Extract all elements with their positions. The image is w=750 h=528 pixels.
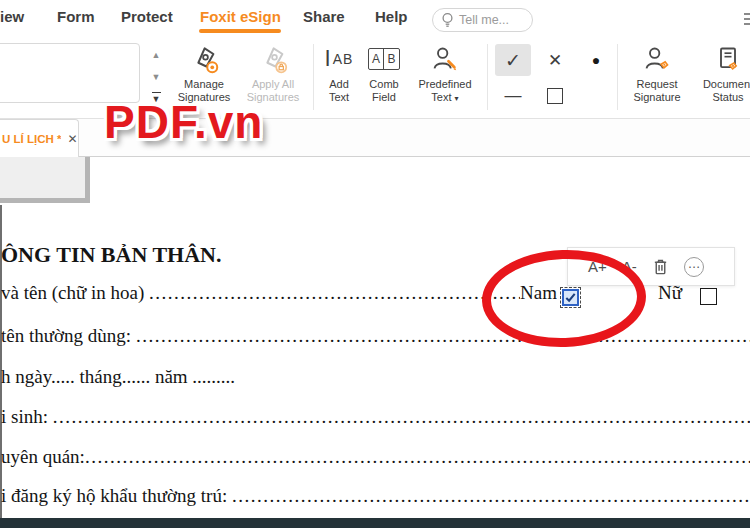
pen-nib-icon: [168, 40, 240, 78]
signature-preview-box[interactable]: [0, 43, 140, 103]
foxit-pdf-window: iew Form Protect Foxit eSign Share Help …: [0, 0, 750, 528]
request-signature-button[interactable]: Request Signature: [623, 40, 691, 116]
menu-view[interactable]: iew: [0, 8, 24, 25]
ribbon-separator: [313, 44, 314, 110]
ribbon-separator: [617, 44, 618, 110]
tab-so-yeu-li-lich[interactable]: U LÍ LỊCH * ✕: [0, 119, 79, 157]
tell-me-search[interactable]: Tell me...: [432, 8, 533, 32]
menu-protect[interactable]: Protect: [121, 8, 173, 25]
scroll-down-icon[interactable]: ▼: [147, 66, 165, 88]
add-text-label: Add: [329, 78, 349, 90]
check-icon: ✓: [505, 49, 521, 72]
stamp-dot-button[interactable]: ●: [578, 44, 614, 76]
comb-field-label: Comb: [369, 78, 398, 90]
lightbulb-icon: [441, 12, 454, 28]
photo-placeholder-box: [0, 157, 90, 203]
cross-icon: ✕: [548, 50, 562, 71]
dash-icon: —: [505, 86, 522, 106]
menu-foxit-esign[interactable]: Foxit eSign: [200, 8, 281, 25]
dot-leader: ........................................…: [136, 325, 750, 347]
tab-title: U LÍ LỊCH *: [2, 133, 61, 145]
bottom-bar: [0, 518, 750, 528]
menu-form[interactable]: Form: [57, 8, 95, 25]
comb-field-button[interactable]: A B Comb Field: [362, 40, 406, 116]
menu-list-icon[interactable]: [744, 13, 750, 28]
birthdate-line: h ngày..... tháng...... năm .........: [1, 366, 235, 388]
stamp-check-button[interactable]: ✓: [495, 44, 531, 76]
tell-me-placeholder: Tell me...: [459, 13, 509, 27]
document-status-button[interactable]: Document Status: [693, 40, 750, 116]
dot-leader: ........................................…: [232, 485, 750, 507]
dot-icon: ●: [592, 52, 600, 68]
pen-nib-lock-icon: [240, 40, 306, 78]
scroll-up-icon[interactable]: ▲: [147, 44, 165, 66]
comb-field-icon: A B: [362, 40, 406, 78]
dot-leader: ........................................…: [85, 446, 750, 468]
common-name-line: tên thường dùng: .......................…: [1, 325, 750, 347]
residence-line: i đăng ký hộ khẩu thường trú: ..........…: [1, 485, 750, 507]
section-heading: ÔNG TIN BẢN THÂN.: [1, 242, 221, 268]
document-pen-icon: [693, 40, 750, 78]
person-pencil-icon: [408, 40, 482, 78]
stamp-square-button[interactable]: [537, 80, 573, 112]
add-text-button[interactable]: Ⅰ AB Add Text: [318, 40, 360, 116]
document-status-label: Document: [703, 78, 750, 90]
birthplace-line: i sinh: ................................…: [1, 406, 750, 428]
trash-icon[interactable]: [652, 258, 669, 276]
more-options-button[interactable]: ⋯: [684, 257, 704, 277]
menu-share[interactable]: Share: [303, 8, 345, 25]
predefined-text-button[interactable]: Predefined Text ▾: [408, 40, 482, 116]
apply-all-label: Apply All: [252, 78, 294, 90]
menu-help[interactable]: Help: [375, 8, 408, 25]
request-signature-label: Request: [637, 78, 678, 90]
manage-signatures-label: Manage: [184, 78, 224, 90]
stamp-dash-button[interactable]: —: [495, 80, 531, 112]
text-cursor-icon: Ⅰ AB: [318, 40, 360, 78]
menu-bar: iew Form Protect Foxit eSign Share Help …: [0, 0, 750, 36]
predefined-text-label: Predefined: [418, 78, 471, 90]
square-icon: [547, 88, 563, 104]
tab-close-icon[interactable]: ✕: [67, 132, 77, 146]
person-pen-icon: [623, 40, 691, 78]
document-page: ÔNG TIN BẢN THÂN. và tên (chữ in hoa) ..…: [0, 157, 750, 518]
dropdown-caret-icon: ▾: [455, 94, 459, 103]
origin-line: uyên quán: .............................…: [1, 446, 750, 468]
stamp-cross-button[interactable]: ✕: [537, 44, 573, 76]
active-menu-underline: [199, 29, 281, 33]
dot-leader: ........................................…: [149, 282, 520, 304]
nu-checkbox-empty[interactable]: [700, 288, 717, 305]
fullname-line: và tên (chữ in hoa) ....................…: [1, 282, 557, 304]
pdfvn-watermark-logo: PDF.vn: [104, 95, 263, 149]
fullname-label: và tên (chữ in hoa): [1, 282, 149, 304]
ribbon-separator: [487, 44, 488, 110]
dot-leader: ........................................…: [53, 406, 750, 428]
